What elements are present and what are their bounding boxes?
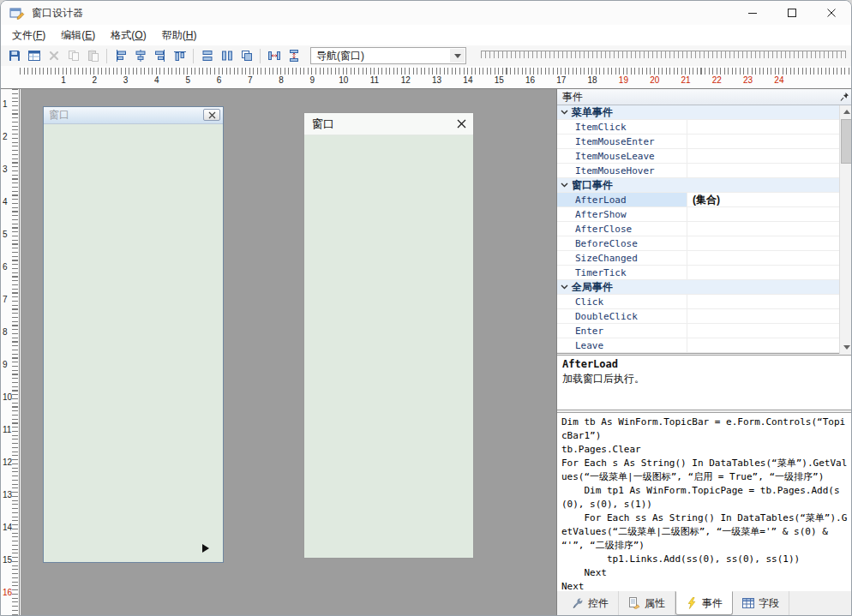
form-title-bar[interactable]: 窗口: [44, 107, 223, 124]
paste-button[interactable]: [83, 46, 103, 65]
form-title: 窗口: [49, 108, 69, 123]
event-group-row[interactable]: 全局事件: [557, 280, 839, 295]
ruler-number: 8: [279, 75, 284, 85]
preview-form-button[interactable]: [24, 46, 44, 65]
ruler-number: 2: [3, 132, 8, 141]
copy-icon: [67, 49, 81, 63]
events-tab-icon: [686, 597, 698, 609]
horizontal-ruler-ticks: [20, 68, 851, 75]
event-row-ItemMouseEnter[interactable]: ItemMouseEnter: [557, 135, 839, 149]
same-height-button[interactable]: [217, 46, 237, 65]
ruler-number: 23: [743, 75, 753, 85]
menu-item-h[interactable]: 帮助(H): [154, 25, 205, 46]
tree-scrollbar[interactable]: [839, 105, 852, 354]
pin-icon[interactable]: [840, 92, 849, 102]
event-group-row[interactable]: 窗口事件: [557, 178, 839, 193]
panel-tab-bar: 控件属性事件字段: [557, 591, 852, 615]
same-height-icon: [220, 49, 234, 63]
same-width-button[interactable]: [197, 46, 217, 65]
toolbar-separator: [260, 49, 261, 63]
vertical-spacing-button[interactable]: [284, 46, 303, 65]
event-row-Leave[interactable]: Leave: [557, 338, 839, 353]
minimize-button[interactable]: [733, 1, 772, 25]
horizontal-spacing-button[interactable]: [264, 46, 284, 65]
chevron-down-icon[interactable]: [557, 110, 572, 115]
event-row-SizeChanged[interactable]: SizeChanged: [557, 251, 839, 266]
vertical-ruler: 12345678910111213141516: [1, 89, 20, 615]
event-name: ItemMouseLeave: [557, 149, 687, 163]
smart-tag-arrow-icon[interactable]: [202, 544, 209, 553]
scroll-up-button[interactable]: [840, 105, 852, 118]
align-tops-button[interactable]: [170, 46, 189, 65]
code-editor[interactable]: Dim tb As WinForm.TopicBar = e.Form.Cont…: [557, 412, 852, 593]
event-row-ItemMouseHover[interactable]: ItemMouseHover: [557, 164, 839, 178]
chevron-down-icon[interactable]: [557, 284, 572, 290]
designed-form-flat[interactable]: 窗口: [303, 112, 474, 559]
event-row-DoubleClick[interactable]: DoubleClick: [557, 309, 839, 324]
controls-tab-icon: [572, 597, 584, 609]
ruler-number: 1: [61, 75, 66, 85]
ruler-number: 10: [3, 392, 12, 402]
combo-dropdown-button[interactable]: [450, 49, 465, 63]
ruler-number: 2: [93, 75, 98, 85]
menu-item-e[interactable]: 编辑(E): [53, 25, 103, 46]
menu-item-o[interactable]: 格式(O): [103, 25, 153, 46]
maximize-button[interactable]: [772, 1, 812, 25]
designed-form-classic[interactable]: 窗口: [43, 106, 224, 563]
menu-item-f[interactable]: 文件(F): [4, 25, 53, 46]
event-name: ItemClick: [557, 120, 687, 134]
event-row-AfterLoad[interactable]: AfterLoad(集合): [557, 193, 839, 207]
copy-button[interactable]: [63, 46, 83, 65]
event-row-ItemClick[interactable]: ItemClick: [557, 120, 839, 135]
save-button[interactable]: [4, 46, 24, 65]
ruler-number: 3: [3, 164, 8, 174]
tab-events[interactable]: 事件: [675, 591, 733, 615]
same-size-button[interactable]: [237, 46, 256, 65]
design-canvas[interactable]: 窗口 窗口: [21, 89, 556, 615]
chevron-down-icon: [454, 54, 461, 62]
ruler-number: 4: [3, 197, 8, 206]
event-row-AfterShow[interactable]: AfterShow: [557, 207, 839, 222]
align-rights-button[interactable]: [150, 46, 170, 65]
event-row-BeforeClose[interactable]: BeforeClose: [557, 236, 839, 251]
close-icon: [457, 119, 466, 129]
event-name: Enter: [557, 324, 687, 338]
chevron-down-icon[interactable]: [557, 182, 572, 188]
event-name: AfterClose: [557, 222, 687, 236]
tab-label: 控件: [588, 596, 609, 611]
event-row-Click[interactable]: Click: [557, 295, 839, 309]
close-icon: [208, 111, 216, 119]
scrollbar-thumb[interactable]: [841, 119, 852, 164]
event-description-text: 加载窗口后执行。: [562, 372, 848, 386]
form-close-button[interactable]: [203, 109, 220, 121]
event-group-row[interactable]: 菜单事件: [557, 105, 839, 120]
ruler-number: 24: [774, 75, 783, 85]
event-row-AfterClose[interactable]: AfterClose: [557, 222, 839, 236]
tab-fields[interactable]: 字段: [733, 591, 789, 615]
event-row-ItemMouseLeave[interactable]: ItemMouseLeave: [557, 149, 839, 164]
delete-icon: [47, 49, 61, 63]
ruler-number: 20: [650, 75, 659, 85]
ruler-number: 18: [588, 75, 597, 85]
app-window: 窗口设计器 文件(F)编辑(E)格式(O)帮助(H): [0, 0, 852, 616]
form-title: 窗口: [312, 117, 334, 132]
ruler-number: 12: [401, 75, 411, 85]
align-lefts-button[interactable]: [111, 46, 130, 65]
align-centers-button[interactable]: [130, 46, 150, 65]
tab-controls[interactable]: 控件: [562, 591, 619, 615]
ruler-number: 17: [556, 75, 566, 85]
form-title-bar[interactable]: 窗口: [304, 113, 473, 135]
scroll-down-button[interactable]: [840, 341, 852, 354]
tab-properties[interactable]: 属性: [619, 591, 675, 615]
event-row-TimerTick[interactable]: TimerTick: [557, 266, 839, 280]
close-icon: [827, 9, 836, 17]
nav-combo[interactable]: 导航(窗口): [310, 47, 466, 64]
close-button[interactable]: [812, 1, 851, 25]
ruler-number: 5: [185, 75, 190, 85]
event-row-Enter[interactable]: Enter: [557, 324, 839, 338]
ruler-number: 15: [3, 555, 12, 565]
ruler-number: 14: [463, 75, 472, 85]
form-close-button[interactable]: [457, 119, 466, 129]
code-text[interactable]: Dim tb As WinForm.TopicBar = e.Form.Cont…: [557, 413, 852, 593]
delete-button[interactable]: [44, 46, 63, 65]
